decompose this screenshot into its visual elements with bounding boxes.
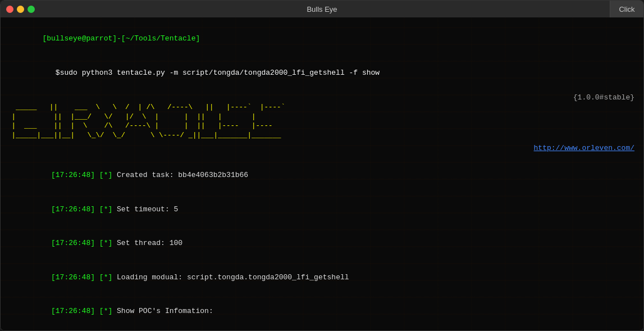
ascii-version: {1.0.0#stable} (573, 93, 634, 102)
separator-top: -------------------------------- (7, 329, 637, 330)
terminal-content: [bullseye@parrot]-[~/Tools/Tentacle] $su… (7, 22, 637, 330)
log-level-3: [*] (99, 273, 117, 282)
ascii-art-block: _____ || ___ \ \ / | /\ /----\ || |----`… (7, 93, 637, 153)
log-msg-4: Show POC's Infomation: (117, 307, 213, 315)
log-level-4: [*] (99, 307, 117, 315)
ascii-url[interactable]: http://www.orleven.com/ (534, 144, 634, 152)
ascii-art: _____ || ___ \ \ / | /\ /----\ || |----`… (7, 93, 637, 140)
terminal-body: [bullseye@parrot]-[~/Tools/Tentacle] $su… (1, 17, 643, 330)
ascii-url-line: http://www.orleven.com/ (7, 143, 637, 153)
minimize-button[interactable] (17, 6, 24, 13)
log-time-2: [17:26:48] (51, 239, 99, 247)
window-title: Bulls Eye (307, 5, 337, 13)
log-line-3: [17:26:48] [*] Loading modual: script.to… (7, 260, 637, 294)
log-time-3: [17:26:48] (51, 273, 99, 282)
log-msg-1: Set timeout: 5 (117, 205, 178, 214)
command-text: $sudo python3 tentacle.py -m script/tong… (56, 69, 380, 77)
log-line-1: [17:26:48] [*] Set timeout: 5 (7, 193, 637, 226)
click-button[interactable]: Click (610, 1, 643, 17)
titlebar: Bulls Eye Click (1, 1, 643, 17)
traffic-lights (6, 6, 35, 13)
log-level-2: [*] (99, 239, 117, 247)
prompt-user: [bullseye@parrot]-[~/Tools/Tentacle] (42, 34, 200, 43)
log-time-0: [17:26:48] (51, 171, 99, 179)
log-block: [17:26:48] [*] Created task: bb4e4063b2b… (7, 158, 637, 328)
command-line: $sudo python3 tentacle.py -m script/tong… (7, 56, 637, 89)
prompt-line-1: [bullseye@parrot]-[~/Tools/Tentacle] (7, 22, 637, 56)
log-time-1: [17:26:48] (51, 205, 99, 214)
log-time-4: [17:26:48] (51, 307, 99, 315)
log-line-4: [17:26:48] [*] Show POC's Infomation: (7, 294, 637, 328)
log-line-0: [17:26:48] [*] Created task: bb4e4063b2b… (7, 158, 637, 192)
close-button[interactable] (6, 6, 13, 13)
log-msg-0: Created task: bb4e4063b2b31b66 (117, 171, 248, 179)
log-level-0: [*] (99, 171, 117, 179)
log-line-2: [17:26:48] [*] Set thread: 100 (7, 226, 637, 260)
maximize-button[interactable] (28, 6, 35, 13)
log-msg-2: Set thread: 100 (117, 239, 182, 247)
log-msg-3: Loading modual: script.tongda.tongda2000… (117, 273, 349, 282)
log-level-1: [*] (99, 205, 117, 214)
terminal-window: Bulls Eye Click [bullseye@parrot]-[~/Too… (0, 0, 644, 331)
prompt-symbol (42, 69, 55, 77)
